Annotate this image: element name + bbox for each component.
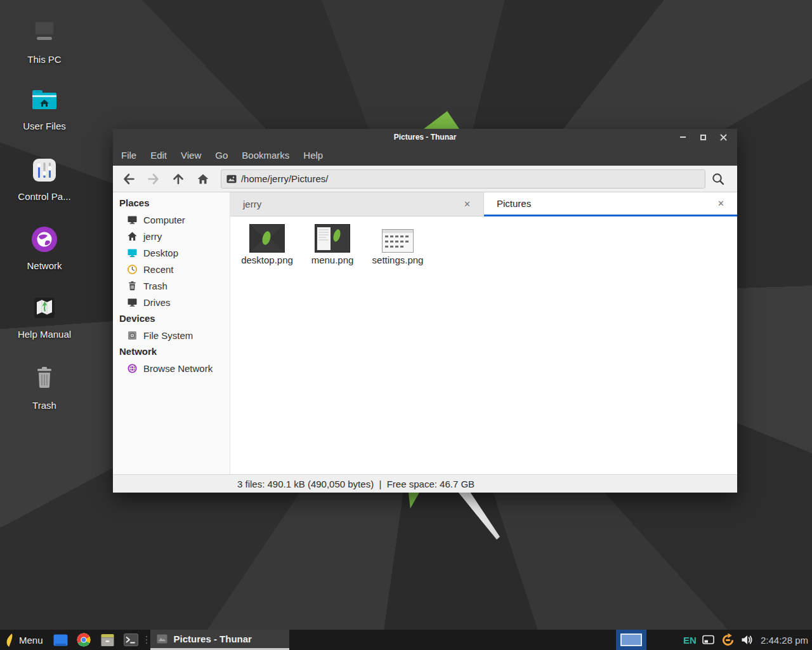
menu-bookmarks[interactable]: Bookmarks [235, 145, 296, 166]
taskbar: Menu [0, 630, 812, 650]
file-settings-png[interactable]: settings.png [367, 222, 428, 265]
terminal-icon [124, 633, 138, 646]
sidebar-header-network: Network [113, 343, 230, 360]
wallpaper-logo-green-sliver [409, 493, 419, 508]
sidebar-item-drives[interactable]: Drives [113, 294, 230, 310]
file-desktop-png[interactable]: desktop.png [237, 222, 298, 265]
sidebar-item-label: Recent [143, 264, 174, 275]
status-text: 3 files: 490.1 kB (490,050 bytes) | Free… [237, 479, 475, 489]
menu-help[interactable]: Help [296, 145, 330, 166]
close-button[interactable] [713, 129, 733, 145]
chrome-icon [77, 633, 91, 647]
control-panel-icon [29, 155, 60, 185]
desktop-icon-network[interactable]: Network [10, 224, 79, 271]
wallpaper-logo-white-feather [457, 493, 501, 540]
file-name: menu.png [302, 255, 363, 265]
desktop-icon-label: User Files [10, 121, 79, 131]
desktop-png-thumbnail [249, 224, 285, 253]
file-list: desktop.png menu.png [230, 216, 737, 474]
path-bar[interactable]: /home/jerry/Pictures/ [221, 169, 705, 189]
up-button[interactable] [166, 168, 190, 190]
menu-view[interactable]: View [174, 145, 208, 166]
clock[interactable]: 2:44:28 pm [761, 635, 808, 646]
desktop-monitor-icon [127, 248, 138, 258]
tab-close-icon[interactable]: ✕ [715, 197, 727, 209]
status-bar: 3 files: 490.1 kB (490,050 bytes) | Free… [113, 474, 737, 493]
sidebar-item-browse-network[interactable]: Browse Network [113, 360, 230, 376]
menu-go[interactable]: Go [208, 145, 235, 166]
back-button[interactable] [117, 168, 141, 190]
sidebar-item-trash[interactable]: Trash [113, 277, 230, 294]
tab-close-icon[interactable]: ✕ [461, 198, 473, 210]
task-button-thunar[interactable]: Pictures - Thunar [150, 630, 289, 650]
network-globe-icon [29, 224, 60, 255]
window-titlebar[interactable]: Pictures - Thunar [113, 129, 737, 145]
desktop-icon-control-panel[interactable]: Control Pa... [10, 155, 79, 202]
sidebar-header-devices: Devices [113, 310, 230, 327]
menu-button[interactable]: Menu [0, 630, 49, 650]
thunar-task-icon [157, 634, 167, 644]
launcher-terminal[interactable] [119, 630, 143, 650]
image-icon [226, 175, 237, 183]
window-controls [672, 129, 733, 145]
sidebar-item-desktop[interactable]: Desktop [113, 244, 230, 261]
file-cabinet-icon [100, 633, 115, 647]
tab-pictures[interactable]: Pictures ✕ [484, 192, 737, 216]
launcher-file-manager[interactable] [49, 630, 72, 650]
file-name: settings.png [367, 255, 428, 265]
back-arrow-icon [122, 173, 135, 185]
minimize-button[interactable] [672, 129, 693, 145]
tab-jerry[interactable]: jerry ✕ [230, 192, 484, 216]
display-tray-icon[interactable] [702, 635, 715, 645]
desktop-icon-user-files[interactable]: User Files [10, 84, 79, 131]
home-icon [197, 173, 209, 185]
task-button-label: Pictures - Thunar [174, 633, 252, 644]
desktop-icon-label: This PC [10, 54, 79, 65]
minimize-icon [680, 136, 686, 138]
forward-button[interactable] [141, 168, 166, 190]
close-icon [720, 134, 727, 141]
home-folder-icon [29, 84, 60, 115]
home-button[interactable] [190, 168, 215, 190]
menu-button-label: Menu [19, 635, 43, 646]
sidebar-item-label: File System [143, 330, 193, 341]
sidebar-item-file-system[interactable]: File System [113, 327, 230, 343]
up-arrow-icon [172, 173, 185, 185]
launcher-file-cabinet[interactable] [96, 630, 119, 650]
tab-bar: jerry ✕ Pictures ✕ [230, 192, 737, 216]
path-text: /home/jerry/Pictures/ [241, 173, 329, 184]
wallpaper-logo-green-triangle [424, 111, 459, 129]
desktop-icon-trash[interactable]: Trash [10, 364, 79, 411]
workspace-switcher[interactable] [616, 630, 646, 650]
sidebar-item-label: Computer [143, 215, 185, 225]
maximize-button[interactable] [693, 129, 713, 145]
tab-label: jerry [243, 199, 261, 209]
hard-drive-icon [127, 330, 138, 341]
desktop-icon-label: Control Pa... [10, 191, 79, 202]
settings-png-thumbnail [382, 229, 414, 253]
file-menu-png[interactable]: menu.png [302, 222, 363, 265]
search-button[interactable] [705, 168, 731, 190]
desktop-icon-this-pc[interactable]: This PC [10, 18, 79, 65]
workspace-active [620, 633, 642, 646]
blue-window-icon [53, 634, 68, 646]
update-notifier-icon[interactable] [721, 633, 735, 647]
sidebar-item-recent[interactable]: Recent [113, 261, 230, 277]
menu-file[interactable]: File [114, 145, 143, 166]
menubar: File Edit View Go Bookmarks Help [113, 145, 737, 166]
sidebar-item-label: Browse Network [143, 363, 213, 374]
clock-icon [127, 264, 138, 275]
sidebar-item-jerry[interactable]: jerry [113, 228, 230, 244]
launcher-chrome[interactable] [72, 630, 96, 650]
forward-arrow-icon [147, 173, 160, 185]
home-icon [127, 231, 138, 242]
desktop-icon-label: Trash [10, 400, 79, 411]
menu-png-thumbnail [315, 224, 350, 253]
trash-icon [29, 364, 60, 394]
help-manual-icon [29, 293, 60, 323]
sidebar-item-computer[interactable]: Computer [113, 211, 230, 228]
keyboard-layout-indicator[interactable]: EN [683, 635, 697, 646]
volume-icon[interactable] [741, 634, 753, 646]
desktop-icon-help-manual[interactable]: Help Manual [10, 293, 79, 340]
menu-edit[interactable]: Edit [143, 145, 174, 166]
